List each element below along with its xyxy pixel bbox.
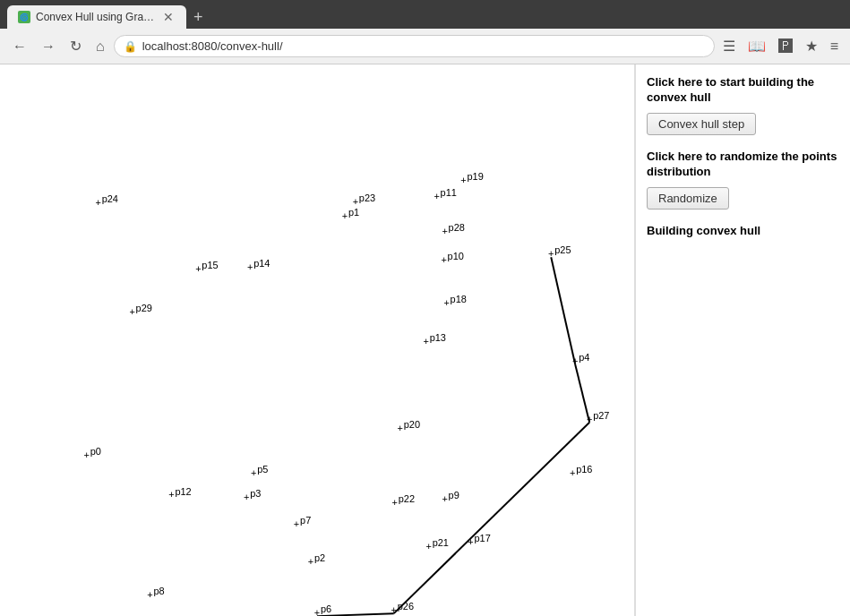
point-cross: + bbox=[195, 263, 201, 274]
right-panel: Click here to start building the convex … bbox=[635, 64, 850, 616]
point-cross: + bbox=[314, 607, 320, 616]
point-label: p29 bbox=[136, 303, 152, 313]
point-cross: + bbox=[294, 518, 299, 529]
point-label: p6 bbox=[321, 603, 331, 614]
point-cross: + bbox=[84, 449, 90, 460]
point-cross: + bbox=[434, 191, 439, 201]
nav-bar: ← → ↻ ⌂ 🔒 localhost:8080/convex-hull/ ☰ … bbox=[0, 29, 850, 64]
point-label: p22 bbox=[399, 493, 415, 504]
point-label: p5 bbox=[257, 464, 268, 475]
menu-icon[interactable]: ≡ bbox=[826, 37, 843, 56]
point-cross: + bbox=[353, 196, 358, 207]
convex-hull-step-button[interactable]: Convex hull step bbox=[647, 113, 756, 135]
point-cross: + bbox=[247, 261, 253, 272]
build-section-title: Click here to start building the convex … bbox=[647, 75, 839, 106]
point-label: p14 bbox=[253, 258, 270, 269]
point-cross: + bbox=[423, 336, 428, 346]
point-label: p3 bbox=[250, 489, 261, 500]
bookmarks-icon[interactable]: ☰ bbox=[718, 36, 740, 56]
active-tab[interactable]: 🌀 Convex Hull using Graha… ✕ bbox=[7, 5, 186, 29]
point-label: p25 bbox=[554, 244, 571, 255]
browser-chrome: 🌀 Convex Hull using Graha… ✕ + bbox=[0, 0, 850, 29]
reader-view-icon[interactable]: 📖 bbox=[743, 36, 770, 56]
pocket-icon[interactable]: 🅿 bbox=[774, 37, 797, 56]
point-cross: + bbox=[570, 467, 575, 478]
point-label: p11 bbox=[441, 187, 457, 198]
address-bar[interactable]: 🔒 localhost:8080/convex-hull/ bbox=[114, 35, 715, 57]
tab-favicon: 🌀 bbox=[18, 11, 30, 23]
point-label: p10 bbox=[448, 251, 464, 261]
point-cross: + bbox=[468, 536, 473, 547]
point-label: p17 bbox=[475, 533, 491, 543]
point-label: p15 bbox=[202, 260, 218, 270]
new-tab-button[interactable]: + bbox=[188, 8, 209, 27]
point-cross: + bbox=[548, 248, 554, 259]
svg-line-2 bbox=[394, 423, 589, 613]
point-cross: + bbox=[95, 197, 100, 208]
point-label: p16 bbox=[576, 464, 592, 475]
randomize-button[interactable]: Randomize bbox=[647, 187, 729, 210]
point-cross: + bbox=[251, 467, 256, 478]
point-label: p2 bbox=[314, 552, 325, 563]
status-text: Building convex hull bbox=[647, 224, 839, 237]
point-cross: + bbox=[392, 497, 398, 508]
point-label: p12 bbox=[175, 486, 191, 497]
point-label: p23 bbox=[359, 192, 375, 203]
tab-bar: 🌀 Convex Hull using Graha… ✕ + bbox=[7, 5, 209, 29]
point-cross: + bbox=[460, 175, 466, 185]
point-cross: + bbox=[168, 490, 174, 500]
point-cross: + bbox=[441, 254, 446, 265]
point-label: p24 bbox=[102, 193, 118, 204]
back-button[interactable]: ← bbox=[7, 35, 32, 58]
forward-button[interactable]: → bbox=[36, 35, 61, 58]
point-cross: + bbox=[244, 492, 249, 502]
lock-icon: 🔒 bbox=[124, 40, 137, 53]
point-label: p26 bbox=[398, 601, 414, 612]
nav-icons: ☰ 📖 🅿 ★ ≡ bbox=[718, 36, 843, 56]
point-cross: + bbox=[572, 355, 578, 366]
point-label: p19 bbox=[468, 172, 484, 183]
point-label: p4 bbox=[579, 352, 589, 363]
address-text: localhost:8080/convex-hull/ bbox=[142, 39, 705, 53]
point-cross: + bbox=[425, 541, 431, 552]
point-label: p27 bbox=[593, 410, 609, 421]
point-label: p0 bbox=[90, 446, 101, 457]
tab-close-button[interactable]: ✕ bbox=[161, 10, 176, 24]
home-button[interactable]: ⌂ bbox=[90, 35, 110, 58]
randomize-section-title: Click here to randomize the points distr… bbox=[647, 150, 839, 180]
point-label: p13 bbox=[430, 332, 446, 343]
point-label: p28 bbox=[449, 222, 465, 233]
point-cross: + bbox=[443, 297, 449, 308]
point-cross: + bbox=[129, 306, 134, 317]
point-cross: + bbox=[342, 210, 348, 221]
point-label: p9 bbox=[449, 490, 459, 500]
canvas-area[interactable]: + p0 + p1 + p2 + p3 + p4 + p5 + p6 + p7 bbox=[0, 64, 635, 616]
point-cross: + bbox=[147, 589, 152, 600]
point-cross: + bbox=[442, 226, 447, 236]
tab-title: Convex Hull using Graha… bbox=[36, 11, 156, 23]
point-cross: + bbox=[391, 604, 397, 615]
svg-line-0 bbox=[551, 257, 575, 364]
point-cross: + bbox=[587, 414, 592, 424]
point-label: p20 bbox=[404, 419, 420, 430]
point-label: p7 bbox=[300, 515, 311, 526]
point-cross: + bbox=[442, 493, 447, 504]
point-label: p8 bbox=[154, 586, 165, 596]
bookmark-icon[interactable]: ★ bbox=[801, 36, 822, 56]
point-label: p18 bbox=[451, 294, 467, 304]
refresh-button[interactable]: ↻ bbox=[64, 34, 87, 58]
point-label: p21 bbox=[433, 537, 449, 548]
point-cross: + bbox=[398, 423, 403, 433]
hull-svg: + p0 + p1 + p2 + p3 + p4 + p5 + p6 + p7 bbox=[0, 64, 634, 616]
point-label: p1 bbox=[348, 207, 359, 218]
browser-content: + p0 + p1 + p2 + p3 + p4 + p5 + p6 + p7 bbox=[0, 64, 850, 616]
point-cross: + bbox=[308, 556, 313, 567]
